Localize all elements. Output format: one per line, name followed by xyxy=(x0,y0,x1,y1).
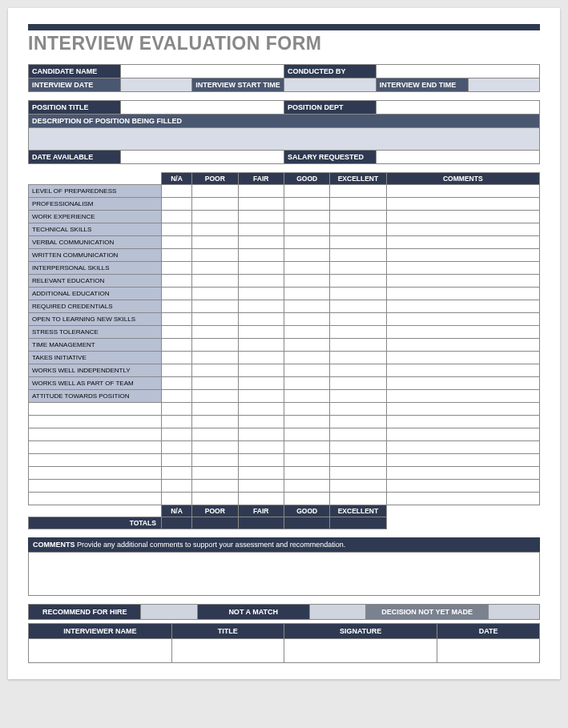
date-available-field[interactable] xyxy=(120,151,284,164)
rating-good[interactable] xyxy=(284,185,329,198)
rating-fair[interactable] xyxy=(238,390,284,403)
description-field[interactable] xyxy=(29,128,540,151)
rating-fair[interactable] xyxy=(238,288,284,300)
rating-na[interactable] xyxy=(161,300,191,313)
rating-na[interactable] xyxy=(161,236,191,249)
rating-na[interactable] xyxy=(161,249,191,262)
rating-good[interactable] xyxy=(284,249,329,262)
not-yet-field[interactable] xyxy=(489,605,540,620)
rating-poor[interactable] xyxy=(192,313,238,326)
rating-good[interactable] xyxy=(284,326,329,339)
rating-good[interactable] xyxy=(284,339,329,352)
rating-na[interactable] xyxy=(161,352,191,364)
position-dept-field[interactable] xyxy=(376,101,539,115)
rating-na[interactable] xyxy=(161,390,191,403)
rating-fair[interactable] xyxy=(238,198,284,211)
rating-fair[interactable] xyxy=(238,249,284,262)
rating-poor[interactable] xyxy=(192,377,238,390)
rating-excellent[interactable] xyxy=(330,236,386,249)
position-title-field[interactable] xyxy=(120,101,284,115)
sig-title-field[interactable] xyxy=(171,639,284,663)
rating-fair[interactable] xyxy=(238,313,284,326)
rating-fair[interactable] xyxy=(238,262,284,275)
rating-na[interactable] xyxy=(161,275,191,288)
rating-good[interactable] xyxy=(284,390,329,403)
totals-excellent[interactable] xyxy=(330,517,386,529)
rating-excellent[interactable] xyxy=(330,326,386,339)
rating-poor[interactable] xyxy=(192,249,238,262)
rating-poor[interactable] xyxy=(192,211,238,223)
rating-poor[interactable] xyxy=(192,236,238,249)
totals-na[interactable] xyxy=(161,517,191,529)
rating-comments[interactable] xyxy=(386,339,539,352)
rating-na[interactable] xyxy=(161,198,191,211)
totals-fair[interactable] xyxy=(238,517,284,529)
recommend-for-hire-field[interactable] xyxy=(141,605,197,620)
rating-excellent[interactable] xyxy=(330,275,386,288)
rating-fair[interactable] xyxy=(238,326,284,339)
rating-excellent[interactable] xyxy=(330,288,386,300)
rating-good[interactable] xyxy=(284,236,329,249)
rating-poor[interactable] xyxy=(192,288,238,300)
rating-fair[interactable] xyxy=(238,300,284,313)
not-match-field[interactable] xyxy=(309,605,365,620)
rating-comments[interactable] xyxy=(386,300,539,313)
candidate-name-field[interactable] xyxy=(120,65,284,78)
rating-na[interactable] xyxy=(161,339,191,352)
sig-signature-field[interactable] xyxy=(284,639,437,663)
rating-comments[interactable] xyxy=(386,275,539,288)
totals-good[interactable] xyxy=(284,517,329,529)
rating-na[interactable] xyxy=(161,326,191,339)
rating-poor[interactable] xyxy=(192,275,238,288)
rating-na[interactable] xyxy=(161,313,191,326)
rating-comments[interactable] xyxy=(386,326,539,339)
sig-date-field[interactable] xyxy=(437,639,540,663)
rating-poor[interactable] xyxy=(192,198,238,211)
rating-na[interactable] xyxy=(161,364,191,377)
rating-poor[interactable] xyxy=(192,390,238,403)
totals-poor[interactable] xyxy=(192,517,238,529)
rating-fair[interactable] xyxy=(238,364,284,377)
rating-comments[interactable] xyxy=(386,198,539,211)
rating-poor[interactable] xyxy=(192,326,238,339)
rating-comments[interactable] xyxy=(386,288,539,300)
rating-excellent[interactable] xyxy=(330,339,386,352)
rating-comments[interactable] xyxy=(386,185,539,198)
rating-good[interactable] xyxy=(284,211,329,223)
rating-good[interactable] xyxy=(284,223,329,236)
rating-excellent[interactable] xyxy=(330,352,386,364)
rating-poor[interactable] xyxy=(192,339,238,352)
rating-excellent[interactable] xyxy=(330,377,386,390)
interview-date-field[interactable] xyxy=(120,78,191,92)
rating-comments[interactable] xyxy=(386,313,539,326)
rating-comments[interactable] xyxy=(386,262,539,275)
rating-excellent[interactable] xyxy=(330,211,386,223)
start-time-field[interactable] xyxy=(284,78,376,92)
rating-good[interactable] xyxy=(284,300,329,313)
rating-excellent[interactable] xyxy=(330,249,386,262)
rating-excellent[interactable] xyxy=(330,300,386,313)
rating-poor[interactable] xyxy=(192,300,238,313)
rating-comments[interactable] xyxy=(386,223,539,236)
rating-good[interactable] xyxy=(284,377,329,390)
rating-fair[interactable] xyxy=(238,185,284,198)
rating-poor[interactable] xyxy=(192,352,238,364)
rating-excellent[interactable] xyxy=(330,313,386,326)
rating-fair[interactable] xyxy=(238,211,284,223)
rating-comments[interactable] xyxy=(386,390,539,403)
rating-poor[interactable] xyxy=(192,364,238,377)
rating-comments[interactable] xyxy=(386,236,539,249)
salary-requested-field[interactable] xyxy=(376,151,539,164)
rating-comments[interactable] xyxy=(386,364,539,377)
rating-fair[interactable] xyxy=(238,275,284,288)
rating-good[interactable] xyxy=(284,288,329,300)
rating-good[interactable] xyxy=(284,275,329,288)
sig-interviewer-field[interactable] xyxy=(29,639,172,663)
conducted-by-field[interactable] xyxy=(376,65,539,78)
rating-poor[interactable] xyxy=(192,262,238,275)
rating-fair[interactable] xyxy=(238,339,284,352)
rating-good[interactable] xyxy=(284,313,329,326)
rating-excellent[interactable] xyxy=(330,223,386,236)
rating-comments[interactable] xyxy=(386,352,539,364)
rating-excellent[interactable] xyxy=(330,198,386,211)
